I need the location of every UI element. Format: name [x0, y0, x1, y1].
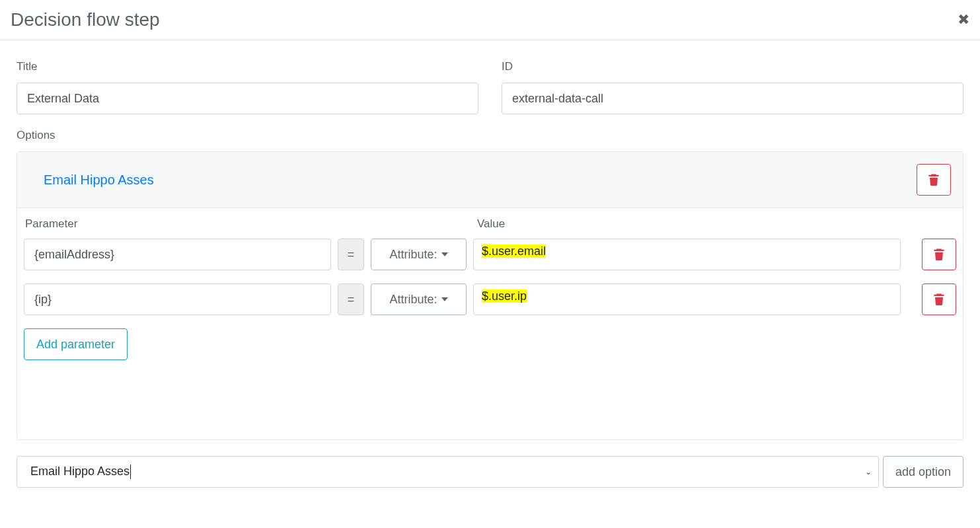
- add-option-button[interactable]: add option: [883, 456, 963, 488]
- title-input[interactable]: [17, 83, 478, 114]
- id-input[interactable]: [502, 83, 963, 114]
- delete-option-button[interactable]: [917, 164, 951, 196]
- parameter-input[interactable]: [24, 239, 331, 270]
- modal-body: Title ID Options Email Hippo Asses: [0, 40, 980, 501]
- option-name-link[interactable]: Email Hippo Asses: [44, 172, 154, 188]
- attribute-dropdown-label: Attribute:: [389, 293, 437, 307]
- add-parameter-button[interactable]: Add parameter: [24, 328, 128, 360]
- attribute-dropdown-label: Attribute:: [389, 248, 437, 262]
- trash-icon: [928, 174, 939, 186]
- value-text: $.user.email: [482, 245, 546, 258]
- value-input[interactable]: $.user.ip: [473, 283, 901, 315]
- close-icon[interactable]: ✖: [958, 13, 969, 27]
- delete-row-button[interactable]: [922, 239, 956, 270]
- value-column-label: Value: [477, 217, 505, 231]
- modal-header: Decision flow step ✖: [0, 0, 980, 40]
- equals-label: =: [338, 239, 364, 270]
- parameter-row: = Attribute: $.user.email: [24, 239, 956, 270]
- spacer: [24, 360, 956, 426]
- select-value: Email Hippo Asses: [30, 465, 130, 478]
- title-id-row: Title ID: [17, 60, 963, 114]
- caret-down-icon: [441, 297, 448, 301]
- title-field-group: Title: [17, 60, 478, 114]
- title-label: Title: [17, 60, 478, 73]
- options-label: Options: [17, 129, 963, 142]
- attribute-dropdown[interactable]: Attribute:: [371, 283, 467, 315]
- parameter-input[interactable]: [24, 283, 331, 315]
- options-card-body: Parameter Value = Attribute: $.user.emai…: [17, 208, 963, 439]
- attribute-dropdown[interactable]: Attribute:: [371, 239, 467, 270]
- modal: Decision flow step ✖ Title ID Options Em…: [0, 0, 980, 501]
- text-cursor: [130, 465, 131, 479]
- parameter-row: = Attribute: $.user.ip: [24, 283, 956, 315]
- value-input[interactable]: $.user.email: [473, 239, 901, 270]
- trash-icon: [934, 248, 944, 260]
- equals-label: =: [338, 283, 364, 315]
- param-column-headers: Parameter Value: [24, 217, 956, 231]
- parameter-column-label: Parameter: [25, 217, 477, 231]
- id-label: ID: [502, 60, 963, 73]
- options-card: Email Hippo Asses Parameter Value =: [17, 151, 963, 440]
- options-card-header: Email Hippo Asses: [17, 152, 963, 208]
- value-text: $.user.ip: [482, 289, 527, 303]
- add-option-row: Email Hippo Asses ⌄ add option: [17, 456, 963, 488]
- delete-row-button[interactable]: [922, 283, 956, 315]
- caret-down-icon: [441, 252, 448, 256]
- option-select[interactable]: Email Hippo Asses ⌄: [17, 456, 879, 488]
- options-section: Options Email Hippo Asses Parameter Valu…: [17, 129, 963, 488]
- trash-icon: [934, 293, 944, 305]
- modal-title: Decision flow step: [11, 9, 160, 30]
- id-field-group: ID: [502, 60, 963, 114]
- chevron-down-icon: ⌄: [865, 467, 872, 476]
